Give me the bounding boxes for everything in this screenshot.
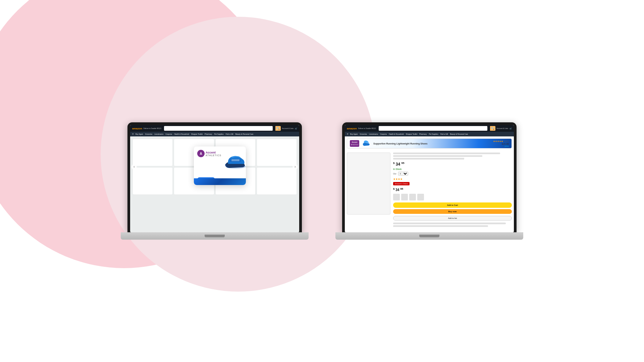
- badge-row: Amazon's Choice: [393, 182, 512, 185]
- ad-shoe-image: [221, 149, 244, 171]
- amazon-location-2: Deliver to Seattle 98121: [358, 127, 376, 129]
- add-to-list-button[interactable]: Add to list: [393, 216, 512, 221]
- buy-now-button[interactable]: Buy now: [393, 209, 512, 214]
- svg-text:Accent: Accent: [352, 141, 358, 143]
- banner-logo: Accent ATHLETICS: [350, 140, 359, 147]
- ad-brand-accent: Accent: [206, 151, 221, 154]
- amazon-subnav-2: ☰ Buy Again Groceries Livestreams Coupon…: [345, 132, 514, 136]
- amazon-choice-badge: Amazon's Choice: [393, 182, 410, 185]
- subnav-buyagain-1[interactable]: Buy Again: [136, 133, 143, 135]
- banner-price: $29.99: [493, 143, 509, 145]
- subnav-livestreams-2[interactable]: Livestreams: [369, 133, 378, 135]
- product-card-1[interactable]: [133, 139, 172, 166]
- desc-line-1: [393, 223, 506, 224]
- subnav-menu-1[interactable]: ☰: [132, 133, 133, 135]
- laptop-1-base: [121, 232, 309, 240]
- ad-shoe-svg: [221, 149, 246, 171]
- price-secondary-value: 34: [395, 188, 399, 192]
- laptop-2-screen-inner: amazon Deliver to Seattle 98121 🔍 Accoun…: [345, 125, 514, 232]
- subnav-health-1[interactable]: Health & Household: [174, 133, 189, 135]
- subnav-pharmacy-1[interactable]: Pharmacy: [205, 133, 212, 135]
- amazon-logo-2: amazon: [347, 127, 357, 130]
- subnav-menu-2[interactable]: ☰: [347, 133, 348, 135]
- subnav-livestreams-1[interactable]: Livestreams: [154, 133, 163, 135]
- subnav-toolkit-1[interactable]: Shopper Toolkit: [191, 133, 203, 135]
- thumb-3[interactable]: [409, 194, 416, 200]
- qty-label: Qty:: [393, 173, 397, 175]
- add-to-cart-button[interactable]: Add to Cart: [393, 202, 512, 208]
- banner-logo-text: Accent ATHLETICS: [351, 140, 359, 147]
- banner-rating-count: 3,875: [504, 140, 509, 142]
- amazon-account-1: Account & Lists: [282, 127, 293, 129]
- banner-logo-svg: Accent ATHLETICS: [351, 140, 359, 146]
- title-line-1: [393, 153, 500, 154]
- rating-row: ★★★★: [393, 178, 512, 181]
- banner-prime: prime: [493, 145, 509, 147]
- amazon-search-btn-1[interactable]: 🔍: [275, 126, 281, 131]
- subnav-coupons-2[interactable]: Coupons: [380, 133, 387, 135]
- amazon-logo-1: amazon: [132, 127, 142, 130]
- ad-brand-row: A Accent AthLETICS: [197, 150, 221, 157]
- product-card-8[interactable]: [257, 168, 297, 194]
- laptop-1-screen-outer: amazon Deliver to Seattle 98121 🔍 Accoun…: [127, 122, 302, 232]
- qty-row: Qty: 1 2 3: [393, 172, 512, 176]
- thumbnail-row: [393, 194, 512, 200]
- ad-overlay[interactable]: A Accent AthLETICS: [194, 146, 246, 185]
- thumb-2[interactable]: [401, 194, 408, 200]
- amazon-search-btn-2[interactable]: 🔍: [490, 126, 495, 131]
- subnav-toolkit-2[interactable]: Shopper Toolkit: [406, 133, 417, 135]
- price-super-2: $: [393, 187, 394, 190]
- subnav-beauty-1[interactable]: Beauty & Personal Care: [235, 133, 254, 135]
- amazon-search-1[interactable]: [164, 126, 272, 131]
- subnav-gift-1[interactable]: Find a Gift: [226, 133, 233, 135]
- qty-select[interactable]: 1 2 3: [398, 172, 408, 176]
- product-stars: ★★★★: [393, 178, 402, 181]
- ad-brand-athletics: AthLETICS: [206, 154, 221, 157]
- svg-text:A: A: [200, 152, 202, 156]
- ad-brand-text: Accent AthLETICS: [206, 151, 221, 157]
- desc-line-2: [393, 225, 488, 227]
- sponsored-banner[interactable]: Accent ATHLETICS Supportive Running: [347, 138, 512, 148]
- amazon-location-1: Deliver to Seattle 98121: [144, 127, 161, 129]
- title-line-2: [393, 155, 482, 157]
- subnav-pharmacy-2[interactable]: Pharmacy: [419, 133, 427, 135]
- thumb-4[interactable]: [417, 194, 424, 200]
- subnav-groceries-1[interactable]: Groceries: [145, 133, 153, 135]
- laptop-2-base: [335, 232, 523, 240]
- amazon-cart-1: 🛒: [295, 127, 297, 130]
- price-cents-2: 95: [400, 187, 403, 190]
- laptop-1: amazon Deliver to Seattle 98121 🔍 Accoun…: [121, 122, 309, 240]
- in-stock-status: In Stock: [393, 168, 512, 170]
- banner-product-text: Supportive Running Lightweight Running S…: [373, 142, 490, 145]
- svg-text:ATHLETICS: ATHLETICS: [351, 144, 358, 145]
- subnav-buyagain-2[interactable]: Buy Again: [350, 133, 358, 135]
- subnav-pets-2[interactable]: Pet Supplies: [429, 133, 438, 135]
- subnav-coupons-1[interactable]: Coupons: [165, 133, 172, 135]
- subnav-pets-1[interactable]: Pet Supplies: [214, 133, 224, 135]
- product-price-secondary: $ 34 95: [393, 187, 512, 192]
- desc-lines: [393, 223, 512, 227]
- carousel-prev-1[interactable]: ‹: [131, 164, 137, 170]
- banner-brand: Accent ATHLETICS: [350, 140, 359, 147]
- price-cents-1: 95: [401, 162, 405, 165]
- price-main-value: 34: [396, 162, 400, 167]
- subnav-health-2[interactable]: Health & Household: [389, 133, 404, 135]
- subnav-gift-2[interactable]: Find a Gift: [440, 133, 448, 135]
- laptop-1-screen-inner: amazon Deliver to Seattle 98121 🔍 Accoun…: [130, 125, 299, 232]
- price-super-1: $: [393, 162, 394, 165]
- product-title-lines: [393, 153, 512, 160]
- title-line-3: [393, 158, 464, 160]
- amazon-cart-2: 🛒: [509, 127, 512, 130]
- product-info: $ 34 95 In Stock Qty: 1: [393, 153, 512, 228]
- subnav-beauty-2[interactable]: Beauty & Personal Care: [450, 133, 468, 135]
- amazon-search-2[interactable]: [379, 126, 487, 131]
- product-card-5[interactable]: [133, 168, 172, 194]
- subnav-groceries-2[interactable]: Groceries: [360, 133, 367, 135]
- banner-stars: ★★★★★: [493, 140, 503, 143]
- product-image-box: [347, 153, 390, 215]
- thumb-1[interactable]: [393, 194, 400, 200]
- laptop-2-notch: [419, 235, 439, 237]
- banner-rating-price: ★★★★★ 3,875 $29.99 prime: [493, 140, 509, 147]
- carousel-next-1[interactable]: ›: [292, 164, 298, 170]
- product-card-4[interactable]: [257, 139, 297, 166]
